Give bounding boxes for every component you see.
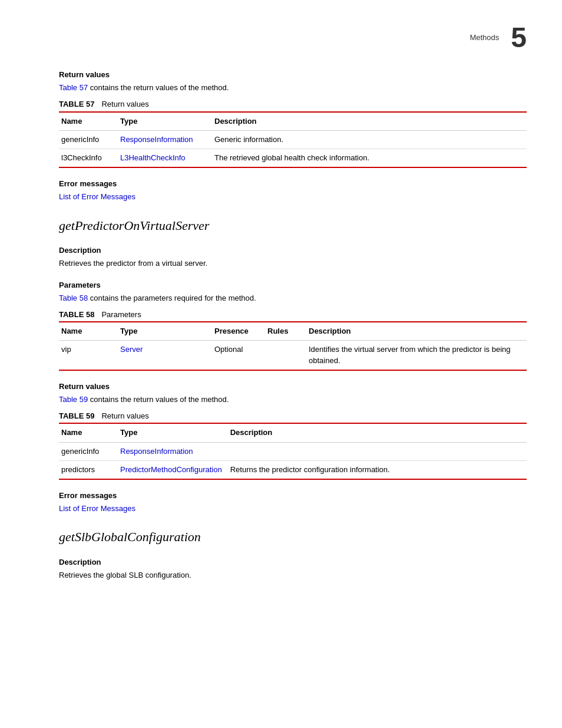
table57-row2-desc: The retrieved global health check inform… [212,149,527,167]
table57-header-row: Name Type Description [59,112,527,131]
return-values-intro-1: Table 57 contains the return values of t… [59,83,527,93]
table-row: l3CheckInfo L3HealthCheckInfo The retrie… [59,149,527,167]
table59-header-row: Name Type Description [59,423,527,442]
method1-return-heading: Return values [59,381,527,392]
table-row: predictors PredictorMethodConfiguration … [59,460,527,479]
table57-col-desc: Description [212,112,527,131]
table58-header-row: Name Type Presence Rules Description [59,322,527,341]
table57-row1-type: ResponseInformation [118,130,212,149]
method2-title: getSlbGlobalConfiguration [59,528,527,546]
table57-row2-type: L3HealthCheckInfo [118,149,212,167]
table57-row1-name: genericInfo [59,130,118,149]
error-messages-heading-1: Error messages [59,179,527,189]
table58-row1-type: Server [118,341,212,370]
table57-col-type: Type [118,112,212,131]
table-row: vip Server Optional Identifies the virtu… [59,341,527,370]
table57-label-row: TABLE 57 Return values [59,99,527,110]
table57-title: Return values [101,99,148,110]
page-number: 5 [511,24,527,52]
error-messages-link-1[interactable]: List of Error Messages [59,192,135,201]
table59-row1-desc [228,442,527,460]
table59-row1-name: genericInfo [59,442,118,460]
table58-col-name: Name [59,322,118,341]
predictor-method-link[interactable]: PredictorMethodConfiguration [120,465,222,474]
page-number-area: Methods 5 [470,24,527,52]
table-row: genericInfo ResponseInformation [59,442,527,460]
table58-title: Parameters [101,309,141,320]
table59-title: Return values [101,411,148,421]
method1-desc-heading: Description [59,245,527,256]
method1-return-intro: Table 59 contains the return values of t… [59,394,527,405]
table59-col-type: Type [118,423,228,442]
method-predictor-section: getPredictorOnVirtualServer Description … [59,217,527,515]
table58-row1-presence: Optional [212,341,265,370]
table57-link[interactable]: Table 57 [59,83,88,92]
table58-label-row: TABLE 58 Parameters [59,309,527,320]
table59-row1-type: ResponseInformation [118,442,228,460]
table58-row1-rules [265,341,306,370]
table57-row1-desc: Generic information. [212,130,527,149]
params-intro-text: contains the parameters required for the… [90,294,256,302]
method1-desc-text: Retrieves the predictor from a virtual s… [59,258,527,269]
table57-col-name: Name [59,112,118,131]
method1-params-intro: Table 58 contains the parameters require… [59,293,527,304]
table59-col-desc: Description [228,423,527,442]
section-label: Methods [470,32,499,43]
method2-desc-heading: Description [59,557,527,568]
error-messages-section-2: Error messages List of Error Messages [59,490,527,514]
response-info-link-1[interactable]: ResponseInformation [120,135,193,144]
table59-label: TABLE 59 [59,411,94,421]
table58-col-presence: Presence [212,322,265,341]
table59-row2-desc: Returns the predictor configuration info… [228,460,527,479]
error-messages-section-1: Error messages List of Error Messages [59,179,527,202]
return-values-heading-1: Return values [59,70,527,80]
method2-desc-text: Retrieves the global SLB configuration. [59,570,527,581]
table58-col-type: Type [118,322,212,341]
error-messages-link-2[interactable]: List of Error Messages [59,504,135,513]
table-row: genericInfo ResponseInformation Generic … [59,130,527,149]
method1-title: getPredictorOnVirtualServer [59,217,527,235]
return-intro-text-2: contains the return values of the method… [90,395,229,404]
table58-col-desc: Description [306,322,527,341]
table59: Name Type Description genericInfo Respon… [59,423,527,480]
error-messages-heading-2: Error messages [59,490,527,501]
l3health-link[interactable]: L3HealthCheckInfo [120,153,186,162]
table58-col-rules: Rules [265,322,306,341]
return-values-intro-text-1: contains the return values of the method… [90,83,229,92]
page-header: Methods 5 [59,24,527,52]
table59-row2-name: predictors [59,460,118,479]
table59-link[interactable]: Table 59 [59,395,88,404]
server-link[interactable]: Server [120,345,143,354]
table58-row1-name: vip [59,341,118,370]
method1-params-heading: Parameters [59,280,527,291]
table58-label: TABLE 58 [59,309,94,320]
response-info-link-2[interactable]: ResponseInformation [120,447,193,456]
table58-link[interactable]: Table 58 [59,294,88,302]
table57: Name Type Description genericInfo Respon… [59,111,527,169]
table57-row2-name: l3CheckInfo [59,149,118,167]
table57-label: TABLE 57 [59,99,94,110]
table58-row1-desc: Identifies the virtual server from which… [306,341,527,370]
table59-col-name: Name [59,423,118,442]
table58: Name Type Presence Rules Description vip… [59,321,527,371]
table59-label-row: TABLE 59 Return values [59,411,527,421]
return-values-section-1: Return values Table 57 contains the retu… [59,70,527,203]
method-slb-section: getSlbGlobalConfiguration Description Re… [59,528,527,581]
table59-row2-type: PredictorMethodConfiguration [118,460,228,479]
